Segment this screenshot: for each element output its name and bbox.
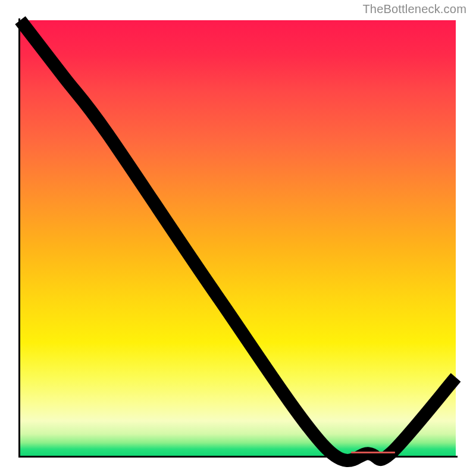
bottleneck-chart [20, 20, 456, 456]
chart-curve [20, 20, 456, 456]
optimal-range-marker [351, 452, 394, 454]
attribution-label: TheBottleneck.com [362, 2, 466, 16]
curve-path [20, 20, 456, 461]
